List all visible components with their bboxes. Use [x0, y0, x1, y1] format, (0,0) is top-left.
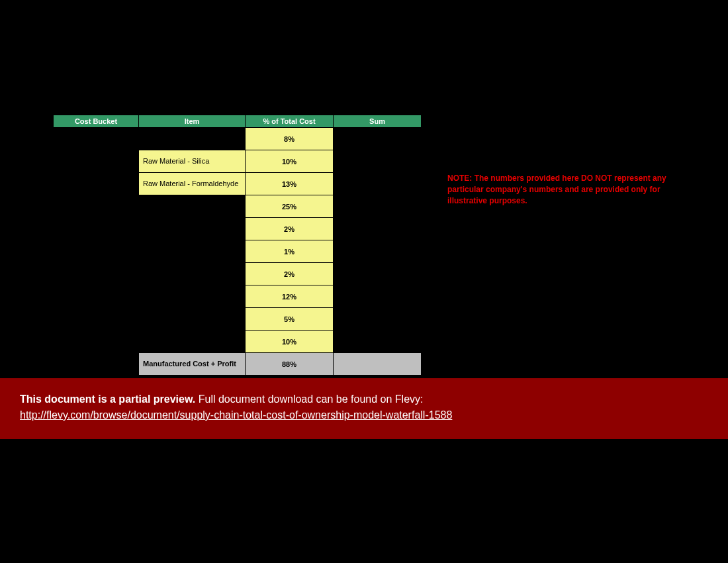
table-row: 1% [54, 240, 422, 263]
cost-table-body: 8% Raw Material - Silica 10% Raw Materia… [54, 128, 422, 376]
preview-banner: This document is a partial preview. Full… [0, 378, 728, 439]
table-row: 10% [54, 331, 422, 353]
cell-blank [334, 263, 422, 285]
cell-pct: 8% [246, 128, 334, 150]
cell-pct: 10% [246, 150, 334, 173]
cell-item: Raw Material - Silica [139, 150, 246, 173]
cell-item [139, 240, 246, 263]
cell-blank [54, 331, 139, 353]
cell-item [139, 128, 246, 150]
cell-pct: 12% [246, 285, 334, 308]
cell-blank [54, 195, 139, 218]
cell-pct: 5% [246, 308, 334, 331]
subtotal-label: Manufactured Cost + Profit [139, 353, 246, 376]
col-header-pct: % of Total Cost [246, 115, 334, 128]
cell-item [139, 263, 246, 285]
cell-blank [54, 128, 139, 150]
cell-blank [54, 240, 139, 263]
cell-pct: 2% [246, 218, 334, 240]
cell-blank [334, 240, 422, 263]
table-row: 2% [54, 218, 422, 240]
subtotal-row: Manufactured Cost + Profit 88% [54, 353, 422, 376]
cell-blank [54, 285, 139, 308]
col-header-cost-bucket: Cost Bucket [54, 115, 139, 128]
subtotal-sum [334, 353, 422, 376]
cell-blank [334, 150, 422, 173]
cell-pct: 13% [246, 173, 334, 195]
cell-blank [54, 173, 139, 195]
banner-lead: This document is a partial preview. [20, 393, 195, 405]
cost-table-container: Cost Bucket Item % of Total Cost Sum 8% … [53, 115, 422, 376]
cell-blank [54, 218, 139, 240]
cell-blank [54, 150, 139, 173]
table-row: 12% [54, 285, 422, 308]
table-row: 2% [54, 263, 422, 285]
cell-pct: 10% [246, 331, 334, 353]
cell-pct: 25% [246, 195, 334, 218]
cell-blank [334, 285, 422, 308]
cost-table: Cost Bucket Item % of Total Cost Sum 8% … [53, 115, 422, 376]
table-row: 5% [54, 308, 422, 331]
disclaimer-note: NOTE: The numbers provided here DO NOT r… [447, 173, 686, 206]
cell-item: Raw Material - Formaldehyde [139, 173, 246, 195]
cell-blank [334, 195, 422, 218]
cell-blank [334, 128, 422, 150]
cell-blank [334, 308, 422, 331]
subtotal-pct: 88% [246, 353, 334, 376]
table-row: Raw Material - Formaldehyde 13% [54, 173, 422, 195]
banner-line1: This document is a partial preview. Full… [20, 391, 708, 407]
cell-blank [334, 218, 422, 240]
col-header-item: Item [139, 115, 246, 128]
cell-blank [54, 263, 139, 285]
cell-item [139, 285, 246, 308]
cell-blank [334, 331, 422, 353]
cell-item [139, 331, 246, 353]
table-row: Raw Material - Silica 10% [54, 150, 422, 173]
banner-rest: Full document download can be found on F… [195, 393, 423, 405]
cell-item [139, 308, 246, 331]
cell-item [139, 195, 246, 218]
cell-pct: 2% [246, 263, 334, 285]
cell-blank [54, 308, 139, 331]
cell-item [139, 218, 246, 240]
banner-link[interactable]: http://flevy.com/browse/document/supply-… [20, 409, 452, 421]
cell-pct: 1% [246, 240, 334, 263]
cell-blank [54, 353, 139, 376]
table-row: 25% [54, 195, 422, 218]
col-header-sum: Sum [334, 115, 422, 128]
cell-blank [334, 173, 422, 195]
table-row: 8% [54, 128, 422, 150]
